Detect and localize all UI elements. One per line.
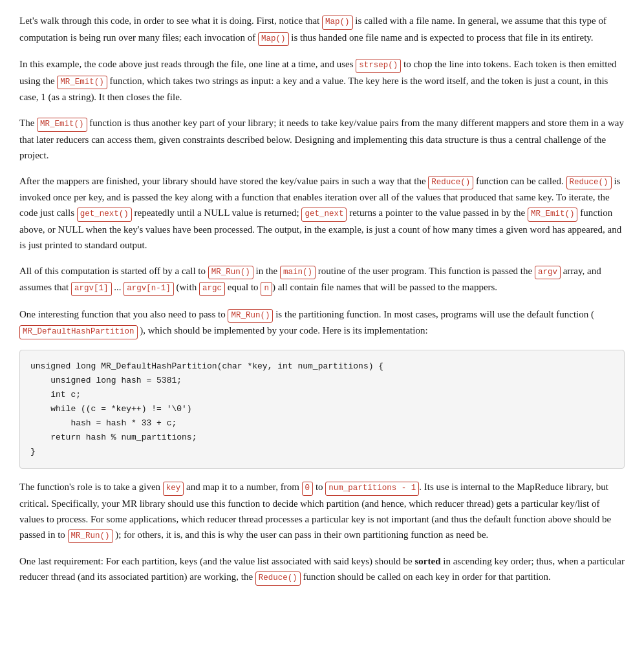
main-content: Let's walk through this code, in order t… (19, 13, 625, 586)
code-inline: MR_Emit() (57, 76, 107, 90)
paragraph: The function's role is to take a given k… (19, 479, 625, 543)
code-inline: n (261, 282, 272, 296)
code-inline: key (163, 482, 184, 496)
paragraph: One interesting function that you also n… (19, 306, 625, 339)
code-inline: Reduce() (566, 176, 612, 190)
bold-text: sorted (415, 556, 441, 566)
code-inline: main() (280, 266, 316, 280)
code-inline: Reduce() (255, 571, 301, 586)
code-inline: get_next() (77, 208, 132, 222)
code-inline: MR_Run() (228, 309, 273, 323)
paragraph: Let's walk through this code, in order t… (19, 13, 625, 46)
code-inline: argv[1] (71, 282, 112, 296)
code-inline: Map() (258, 32, 289, 47)
code-block: unsigned long MR_DefaultHashPartition(ch… (19, 350, 625, 469)
code-inline: MR_Run() (68, 529, 113, 544)
code-inline: num_partitions - 1 (325, 482, 419, 496)
code-inline: MR_DefaultHashPartition (19, 325, 138, 339)
code-inline: Map() (322, 16, 353, 30)
paragraph: In this example, the code above just rea… (19, 56, 625, 105)
code-inline: 0 (302, 482, 314, 496)
code-inline: get_next (301, 208, 347, 222)
paragraph: The MR_Emit() function is thus another k… (19, 115, 625, 163)
paragraph: After the mappers are finished, your lib… (19, 173, 625, 253)
code-inline: argv (535, 266, 561, 280)
code-inline: Reduce() (428, 176, 473, 190)
code-inline: MR_Emit() (528, 208, 578, 222)
paragraph: One last requirement: For each partition… (19, 553, 625, 586)
code-inline: strsep() (356, 59, 401, 73)
paragraph: All of this computation is started off b… (19, 263, 625, 296)
code-inline: MR_Emit() (37, 118, 87, 132)
code-inline: MR_Run() (208, 266, 253, 280)
code-inline: argc (199, 282, 225, 296)
code-inline: argv[n-1] (123, 282, 174, 296)
